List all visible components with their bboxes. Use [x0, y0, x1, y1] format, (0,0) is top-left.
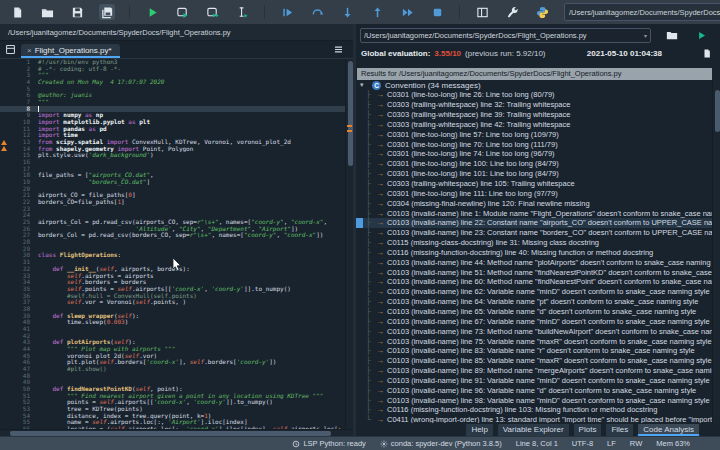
- code-line[interactable]: 46 plt.plot(self.borders['coord-x'], sel…: [0, 359, 353, 366]
- code-line[interactable]: 25airports_Col = pd.read_csv(airports_CO…: [0, 219, 353, 226]
- code-line[interactable]: 31: [0, 259, 353, 266]
- code-line[interactable]: 1#!/usr/bin/env python3: [0, 59, 353, 66]
- code-line[interactable]: 16: [0, 159, 353, 166]
- lint-item[interactable]: ├→C0103 (invalid-name) line 44: Method n…: [356, 257, 712, 267]
- save-all-button[interactable]: [99, 4, 115, 20]
- lint-item[interactable]: ├→C0301 (line-too-long) line 70: Line to…: [356, 139, 712, 149]
- code-line[interactable]: 54 distance, index = tree.query(point, k…: [0, 413, 353, 420]
- convention-group-row[interactable]: ▾ C Convention (34 messages): [356, 80, 712, 90]
- lint-item[interactable]: ├→C0103 (invalid-name) line 98: Variable…: [356, 395, 712, 405]
- tab-variable-explorer[interactable]: Variable Explorer: [497, 423, 570, 437]
- code-line[interactable]: 18file_paths = ["airports_CO.dat",: [0, 172, 353, 179]
- lint-item[interactable]: ├→C0303 (trailing-whitespace) line 42: T…: [356, 120, 712, 130]
- tab-help[interactable]: Help: [465, 423, 493, 437]
- editor-code-area[interactable]: 1#!/usr/bin/env python32# -*- coding: ut…: [0, 59, 353, 429]
- code-line[interactable]: 44 """ Plot map with airports """: [0, 346, 353, 353]
- lint-item[interactable]: ├→C0103 (invalid-name) line 89: Method n…: [356, 366, 712, 376]
- code-line[interactable]: 52 points = self.airports[['coord-x', 'c…: [0, 399, 353, 406]
- code-line[interactable]: 47 #plt.show(): [0, 366, 353, 373]
- tab-options-button[interactable]: [332, 43, 345, 56]
- lint-item[interactable]: ├→C0103 (invalid-name) line 83: Variable…: [356, 346, 712, 356]
- code-line[interactable]: 19 "borders_CO.dat"]: [0, 179, 353, 186]
- run-selection-button[interactable]: [234, 4, 250, 20]
- code-line[interactable]: 26 'Altitude', "City", "Department", "Ai…: [0, 226, 353, 233]
- code-line[interactable]: 27borders_Col = pd.read_csv(borders_CO, …: [0, 232, 353, 239]
- code-line[interactable]: 7""": [0, 99, 353, 106]
- code-line[interactable]: 8: [0, 106, 353, 113]
- lint-item[interactable]: ├→C0103 (invalid-name) line 1: Module na…: [356, 208, 712, 218]
- code-line[interactable]: 15plt.style.use('dark_background'): [0, 152, 353, 159]
- code-line[interactable]: 2# -*- coding: utf-8 -*-: [0, 66, 353, 73]
- run-analysis-button[interactable]: [693, 27, 709, 43]
- lint-item[interactable]: ├→C0103 (invalid-name) line 85: Variable…: [356, 356, 712, 366]
- code-line[interactable]: 53 tree = KDTree(points): [0, 406, 353, 413]
- lint-item[interactable]: ├→C0116 (missing-function-docstring) lin…: [356, 248, 712, 258]
- tab-code-analysis[interactable]: Code Analysis: [637, 423, 700, 436]
- lint-item[interactable]: ├→C0303 (trailing-whitespace) line 32: T…: [356, 100, 712, 110]
- lint-item[interactable]: ├→C0103 (invalid-name) line 23: Constant…: [356, 228, 712, 238]
- continue-button[interactable]: [399, 4, 415, 20]
- code-line[interactable]: 48: [0, 373, 353, 380]
- lint-item[interactable]: ├→C0303 (trailing-whitespace) line 39: T…: [356, 110, 712, 120]
- code-line[interactable]: 13from scipy.spatial import ConvexHull, …: [0, 139, 353, 146]
- lint-item[interactable]: ├→C0103 (invalid-name) line 51: Method n…: [356, 267, 712, 277]
- chevron-expanded-icon[interactable]: ▾: [360, 81, 368, 89]
- stop-debug-button[interactable]: [429, 4, 445, 20]
- lint-item[interactable]: ├→C0103 (invalid-name) line 65: Variable…: [356, 307, 712, 317]
- analysis-file-combo[interactable]: /Users/juanitagomez/Documents/SpyderDocs…: [360, 28, 651, 43]
- code-line[interactable]: 45 voronoi_plot_2d(self.vor): [0, 353, 353, 360]
- lint-item[interactable]: ├→C0301 (line-too-long) line 101: Line t…: [356, 169, 712, 179]
- lint-item[interactable]: ├→C0103 (invalid-name) line 91: Variable…: [356, 375, 712, 385]
- lint-item[interactable]: ├→C0103 (invalid-name) line 67: Variable…: [356, 316, 712, 326]
- step-return-button[interactable]: [369, 4, 385, 20]
- code-line[interactable]: 32 def __init__(self, airports, borders)…: [0, 266, 353, 273]
- code-line[interactable]: 5: [0, 86, 353, 93]
- debug-file-button[interactable]: [279, 4, 295, 20]
- lint-item[interactable]: ├→C0103 (invalid-name) line 64: Variable…: [356, 297, 712, 307]
- lint-item[interactable]: ├→C0301 (line-too-long) line 57: Line to…: [356, 129, 712, 139]
- code-line[interactable]: 10import matplotlib.pyplot as plt: [0, 119, 353, 126]
- code-line[interactable]: 42: [0, 333, 353, 340]
- working-directory-combo[interactable]: /Users/juanitagomez/Documents/SpyderDocs…: [564, 3, 720, 21]
- lint-item[interactable]: ├→C0116 (missing-function-docstring) lin…: [356, 405, 712, 415]
- lint-item[interactable]: ├→C0103 (invalid-name) line 22: Constant…: [356, 218, 712, 228]
- code-line[interactable]: 28: [0, 239, 353, 246]
- lint-item[interactable]: ├→C0301 (line-too-long) line 100: Line t…: [356, 159, 712, 169]
- analysis-browse-button[interactable]: [664, 27, 680, 43]
- code-line[interactable]: 30class FlightOperations:: [0, 252, 353, 259]
- browse-tabs-button[interactable]: [4, 43, 17, 56]
- lint-item[interactable]: ├→C0103 (invalid-name) line 75: Variable…: [356, 336, 712, 346]
- editor-vertical-scrollbar[interactable]: [345, 59, 353, 429]
- code-line[interactable]: 55 name = self.airports.loc[:, 'Airport'…: [0, 419, 353, 426]
- code-line[interactable]: 29: [0, 246, 353, 253]
- lint-item[interactable]: ├→C0103 (invalid-name) line 96: Variable…: [356, 385, 712, 395]
- preferences-button[interactable]: [504, 4, 520, 20]
- output-log-button[interactable]: [702, 48, 712, 59]
- code-line[interactable]: 51 """ Find nearest airport given a poin…: [0, 393, 353, 400]
- code-editor[interactable]: 1#!/usr/bin/env python32# -*- coding: ut…: [0, 59, 353, 429]
- code-line[interactable]: 12import time: [0, 132, 353, 139]
- lint-item[interactable]: └→C0411 (wrong-import-order) line 13: st…: [356, 415, 712, 423]
- code-line[interactable]: 20: [0, 186, 353, 193]
- step-into-button[interactable]: [339, 4, 355, 20]
- lint-item[interactable]: ├→C0301 (line-too-long) line 111: Line t…: [356, 188, 712, 198]
- code-line[interactable]: 21airports_CO = file_paths[0]: [0, 192, 353, 199]
- run-file-button[interactable]: [144, 4, 160, 20]
- code-line[interactable]: 22borders_CO=file_paths[1]: [0, 199, 353, 206]
- editor-tab[interactable]: × Flight_Operations.py*: [21, 44, 120, 58]
- lint-item[interactable]: ├→C0304 (missing-final-newline) line 120…: [356, 198, 712, 208]
- code-line[interactable]: 39 def sleep_wrapper(self):: [0, 313, 353, 320]
- results-vertical-scrollbar[interactable]: [712, 80, 720, 423]
- code-line[interactable]: 4Created on Mon May 4 17:07:07 2020: [0, 79, 353, 86]
- code-line[interactable]: 11import pandas as pd: [0, 126, 353, 133]
- code-line[interactable]: 3""": [0, 72, 353, 79]
- lint-item[interactable]: ├→C0103 (invalid-name) line 60: Method n…: [356, 277, 712, 287]
- code-line[interactable]: 9import numpy as np: [0, 112, 353, 119]
- code-line[interactable]: 23: [0, 206, 353, 213]
- run-cell-advance-button[interactable]: [204, 4, 220, 20]
- maximize-pane-button[interactable]: [474, 4, 490, 20]
- code-line[interactable]: 49: [0, 379, 353, 386]
- code-line[interactable]: 50 def findNearestPointKD(self, point):: [0, 386, 353, 393]
- run-cell-button[interactable]: [174, 4, 190, 20]
- code-line[interactable]: 33 self.airports = airports: [0, 273, 353, 280]
